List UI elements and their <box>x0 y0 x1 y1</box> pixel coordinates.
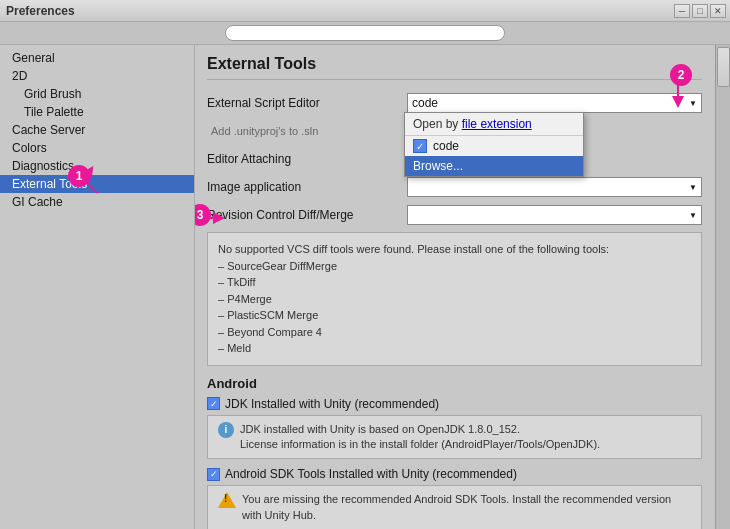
jdk-checkbox[interactable]: ✓ <box>207 397 220 410</box>
sidebar-item-2d[interactable]: 2D <box>0 67 194 85</box>
sidebar-item-tile-palette[interactable]: Tile Palette <box>0 103 194 121</box>
info-line-0: No supported VCS diff tools were found. … <box>218 241 691 258</box>
content-title: External Tools <box>207 55 702 80</box>
sidebar-item-colors[interactable]: Colors <box>0 139 194 157</box>
window-controls[interactable]: ─ □ ✕ <box>674 4 726 18</box>
info-line-1: – SourceGear DiffMerge <box>218 258 691 275</box>
popup-header-highlight: file extension <box>462 117 532 131</box>
sidebar: General 2D Grid Brush Tile Palette Cache… <box>0 45 195 529</box>
sidebar-item-diagnostics[interactable]: Diagnostics <box>0 157 194 175</box>
revision-control-label: Revision Control Diff/Merge <box>207 208 407 222</box>
scroll-thumb[interactable] <box>717 47 730 87</box>
script-editor-dropdown[interactable]: code ▼ <box>407 93 702 113</box>
popup-item-code[interactable]: ✓ code <box>405 136 583 156</box>
script-editor-control: code ▼ <box>407 93 702 113</box>
scroll-track <box>715 45 730 529</box>
dropdown-arrow-icon2: ▼ <box>689 183 697 192</box>
info-line-2: – TkDiff <box>218 274 691 291</box>
main-layout: General 2D Grid Brush Tile Palette Cache… <box>0 45 730 529</box>
sdk-label: Android SDK Tools Installed with Unity (… <box>225 467 517 481</box>
revision-control-dropdown[interactable]: ▼ <box>407 205 702 225</box>
revision-control-row: Revision Control Diff/Merge ▼ 3 <box>207 204 702 226</box>
search-input[interactable] <box>225 25 505 41</box>
popup-item-browse[interactable]: Browse... <box>405 156 583 176</box>
info-icon: i <box>218 422 234 438</box>
info-line-6: – Meld <box>218 340 691 357</box>
script-editor-hint: Add .unityproj's to .sln <box>207 125 407 137</box>
vcs-info-box: No supported VCS diff tools were found. … <box>207 232 702 366</box>
jdk-info-line1: JDK installed with Unity is based on Ope… <box>240 423 520 435</box>
sidebar-item-external-tools[interactable]: External Tools <box>0 175 194 193</box>
revision-control-control: ▼ <box>407 205 702 225</box>
jdk-checkbox-row: ✓ JDK Installed with Unity (recommended) <box>207 397 702 411</box>
sidebar-item-cache-server[interactable]: Cache Server <box>0 121 194 139</box>
title-bar: Preferences ─ □ ✕ <box>0 0 730 22</box>
window-title: Preferences <box>6 4 75 18</box>
image-app-row: Image application ▼ <box>207 176 702 198</box>
sdk-warn-text: You are missing the recommended Android … <box>242 492 691 523</box>
popup-item-code-label: code <box>433 139 459 153</box>
popup-item-browse-label: Browse... <box>413 159 463 173</box>
android-title: Android <box>207 376 702 391</box>
content-inner: External Tools External Script Editor co… <box>195 45 730 529</box>
info-line-4: – PlasticSCM Merge <box>218 307 691 324</box>
maximize-button[interactable]: □ <box>692 4 708 18</box>
editor-attaching-label: Editor Attaching <box>207 152 407 166</box>
sidebar-item-general[interactable]: General <box>0 49 194 67</box>
script-editor-label: External Script Editor <box>207 96 407 110</box>
info-line-3: – P4Merge <box>218 291 691 308</box>
jdk-info-text: JDK installed with Unity is based on Ope… <box>240 422 600 453</box>
script-editor-value: code <box>412 96 438 110</box>
sidebar-item-grid-brush[interactable]: Grid Brush <box>0 85 194 103</box>
script-editor-dropdown-popup: Open by file extension ✓ code Browse... <box>404 112 584 177</box>
image-app-label: Image application <box>207 180 407 194</box>
image-app-dropdown[interactable]: ▼ <box>407 177 702 197</box>
info-line-5: – Beyond Compare 4 <box>218 324 691 341</box>
popup-header: Open by file extension <box>405 113 583 136</box>
sdk-warn-icon <box>218 492 236 508</box>
jdk-info-box: i JDK installed with Unity is based on O… <box>207 415 702 460</box>
sdk-checkbox[interactable]: ✓ <box>207 468 220 481</box>
image-app-control: ▼ <box>407 177 702 197</box>
content-area: External Tools External Script Editor co… <box>195 45 730 529</box>
dropdown-arrow-icon3: ▼ <box>689 211 697 220</box>
jdk-info-line2: License information is in the install fo… <box>240 438 600 450</box>
script-editor-row: External Script Editor code ▼ 2 <box>207 92 702 114</box>
code-checkbox[interactable]: ✓ <box>413 139 427 153</box>
close-button[interactable]: ✕ <box>710 4 726 18</box>
dropdown-arrow-icon: ▼ <box>689 99 697 108</box>
search-bar <box>0 22 730 45</box>
minimize-button[interactable]: ─ <box>674 4 690 18</box>
jdk-label: JDK Installed with Unity (recommended) <box>225 397 439 411</box>
sdk-warn-box: You are missing the recommended Android … <box>207 485 702 529</box>
sidebar-item-gi-cache[interactable]: GI Cache <box>0 193 194 211</box>
sdk-checkbox-row: ✓ Android SDK Tools Installed with Unity… <box>207 467 702 481</box>
